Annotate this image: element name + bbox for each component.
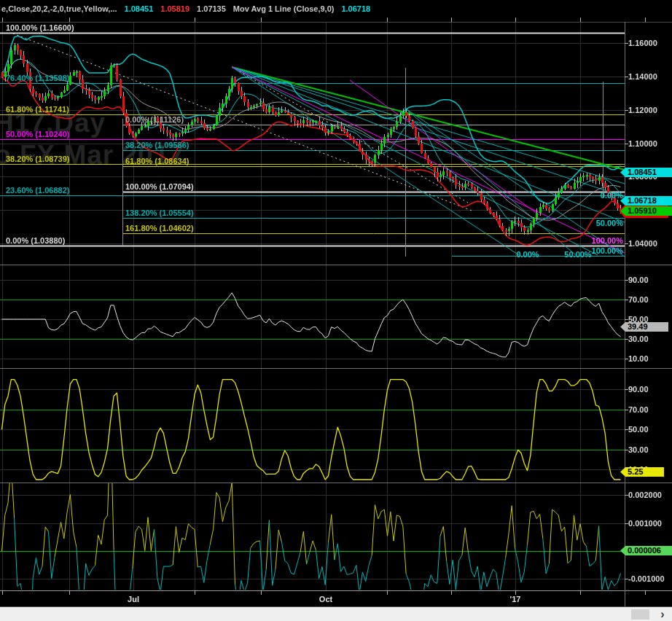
fib-level-label: 61.80% (1.08634) bbox=[125, 157, 189, 165]
fan-percent-label: 0.00% bbox=[601, 192, 623, 200]
study-title-bar: e,Close,20,2,-2,0,true,Yellow,... 1.0845… bbox=[1, 2, 370, 15]
bb-middle-value: 1.07135 bbox=[197, 4, 226, 13]
fib-level-label: 100.00% (1.16600) bbox=[6, 24, 74, 32]
price-chart-canvas[interactable] bbox=[0, 0, 672, 621]
fan-percent-label: 100.00% bbox=[592, 247, 623, 255]
price-scale-label: 1.16000 bbox=[628, 39, 657, 47]
fib-level-label: 138.20% (1.05554) bbox=[125, 209, 194, 217]
fib-level-label: 61.80% (1.11741) bbox=[6, 106, 69, 114]
chart-window: H17.Day o FX Mar 2017 e,Close,20,2,-2,0,… bbox=[0, 0, 672, 621]
fib-level-label: 100.00% (1.07094) bbox=[125, 183, 194, 191]
price-scale-label: 1.12000 bbox=[628, 106, 657, 114]
time-axis-label: '17 bbox=[510, 595, 521, 604]
price-scale-label: 0.001000 bbox=[628, 520, 662, 528]
fib-level-label: 50.00% (1.10240) bbox=[6, 130, 69, 138]
osc-value-badge: 0.000006 bbox=[620, 546, 672, 555]
time-axis-label: Jul bbox=[128, 595, 139, 604]
fib-level-label: 76.40% (1.13598) bbox=[6, 74, 69, 82]
price-scale-label: 70.00 bbox=[628, 296, 649, 304]
bb-lower-value: 1.05819 bbox=[160, 4, 190, 13]
price-scale-label: 30.00 bbox=[628, 446, 649, 454]
fan-percent-label: 0.00% bbox=[516, 251, 539, 259]
price-scale-label: 30.00 bbox=[628, 335, 649, 343]
price-scale-label: 1.04000 bbox=[628, 240, 657, 248]
price-scale-label: 90.00 bbox=[628, 386, 649, 394]
rsi-value-badge: 39.49 bbox=[620, 322, 668, 332]
price-scale-label: 70.00 bbox=[628, 406, 649, 414]
fib-level-label: 23.60% (1.06882) bbox=[6, 187, 69, 195]
time-axis-label: Oct bbox=[319, 595, 332, 604]
movavg-value: 1.06718 bbox=[341, 4, 370, 13]
price-scale-label: 0.002000 bbox=[628, 491, 662, 499]
price-scale-label: 10.00 bbox=[628, 355, 649, 363]
scrollbar-thumb[interactable] bbox=[631, 609, 649, 620]
bb-upper-value: 1.08451 bbox=[125, 4, 154, 13]
fib-level-label: 161.80% (1.04602) bbox=[125, 224, 194, 233]
fan-percent-label: 50.00% bbox=[596, 219, 623, 227]
movavg-study-label: Mov Avg 1 Line (Close,9,0) bbox=[233, 4, 335, 13]
fib-level-label: 0.00% (1.03880) bbox=[6, 237, 65, 245]
fan-percent-label: 100.00% bbox=[592, 237, 623, 245]
fib-level-label: 38.20% (1.09586) bbox=[125, 141, 189, 149]
last-price-badge: 1.05910 bbox=[620, 206, 672, 216]
scroll-right-icon[interactable]: › bbox=[656, 607, 669, 621]
fib-level-label: 38.20% (1.08739) bbox=[6, 155, 69, 163]
bollinger-study-label: e,Close,20,2,-2,0,true,Yellow,... bbox=[1, 4, 117, 13]
price-scale-label: 50.00 bbox=[628, 426, 649, 434]
price-scale-label: -0.001000 bbox=[628, 575, 665, 583]
horizontal-scrollbar[interactable]: › bbox=[0, 607, 672, 621]
fib-level-label: 0.00% (1.11126) bbox=[125, 116, 184, 124]
bb-upper-badge: 1.08451 bbox=[620, 168, 672, 177]
fan-percent-label: 50.00% bbox=[564, 251, 591, 259]
ma-value-badge: 1.06718 bbox=[620, 196, 672, 206]
stoch-value-badge: 5.25 bbox=[620, 467, 664, 477]
price-scale-label: 1.10000 bbox=[628, 140, 657, 148]
price-scale-label: 90.00 bbox=[628, 276, 649, 284]
price-scale-label: 1.14000 bbox=[628, 73, 657, 81]
